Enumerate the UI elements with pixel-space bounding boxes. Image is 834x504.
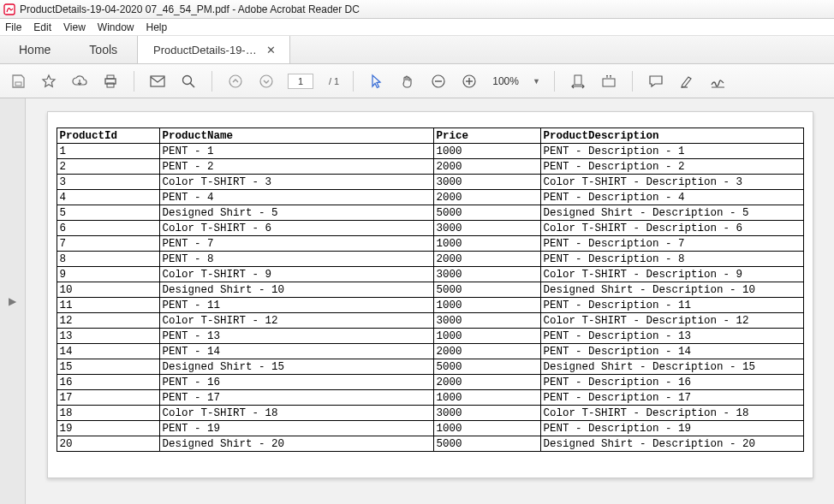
page-viewport[interactable]: ProductId ProductName Price ProductDescr… <box>26 98 834 504</box>
menubar: File Edit View Window Help <box>0 19 834 36</box>
cell-desc: Color T-SHIRT - Description - 3 <box>540 175 803 190</box>
svg-rect-5 <box>151 76 164 86</box>
tab-document[interactable]: ProductDetails-19-… ✕ <box>137 36 290 63</box>
menu-help[interactable]: Help <box>146 21 168 33</box>
cell-id: 11 <box>57 298 159 313</box>
zoom-value[interactable]: 100% <box>491 75 521 87</box>
cell-price: 3000 <box>433 406 540 421</box>
tab-home[interactable]: Home <box>0 36 70 63</box>
svg-rect-1 <box>15 82 21 86</box>
tab-tools[interactable]: Tools <box>70 36 137 63</box>
print-icon[interactable] <box>101 72 120 91</box>
cell-desc: PENT - Description - 14 <box>540 344 803 359</box>
save-icon[interactable] <box>9 72 27 91</box>
cell-id: 20 <box>57 436 159 452</box>
nav-pane-collapsed[interactable]: ▶ <box>0 98 26 504</box>
table-row: 9Color T-SHIRT - 93000Color T-SHIRT - De… <box>57 267 803 282</box>
fit-page-icon[interactable] <box>599 72 618 91</box>
table-row: 17PENT - 171000PENT - Description - 17 <box>57 390 803 406</box>
cell-name: Color T-SHIRT - 18 <box>159 406 433 421</box>
svg-point-9 <box>260 75 272 87</box>
toolbar-separator <box>353 71 354 92</box>
cell-name: Designed Shirt - 10 <box>159 282 433 298</box>
page-total-label: / 1 <box>329 76 339 86</box>
table-row: 6Color T-SHIRT - 63000Color T-SHIRT - De… <box>57 221 803 236</box>
search-icon[interactable] <box>179 72 198 91</box>
close-icon[interactable]: ✕ <box>265 44 277 56</box>
cell-price: 5000 <box>433 282 540 298</box>
cell-id: 3 <box>57 175 159 190</box>
page-current-input[interactable]: 1 <box>288 74 313 89</box>
cell-id: 6 <box>57 221 159 236</box>
cell-name: PENT - 16 <box>159 375 433 390</box>
toolbar-separator <box>554 71 555 92</box>
cell-id: 4 <box>57 190 159 205</box>
toolbar-separator <box>632 71 633 92</box>
cell-price: 1000 <box>433 421 540 436</box>
cell-price: 3000 <box>433 267 540 282</box>
toolbar-separator <box>134 71 134 92</box>
cell-price: 1000 <box>433 144 540 159</box>
svg-rect-15 <box>575 75 581 85</box>
table-row: 8PENT - 82000PENT - Description - 8 <box>57 252 803 267</box>
cell-id: 15 <box>57 359 159 375</box>
cell-price: 5000 <box>433 359 540 375</box>
cell-id: 19 <box>57 421 159 436</box>
cell-price: 1000 <box>433 298 540 313</box>
cell-id: 12 <box>57 313 159 329</box>
cell-price: 2000 <box>433 375 540 390</box>
zoom-caret-icon[interactable]: ▼ <box>533 77 540 86</box>
table-row: 16PENT - 162000PENT - Description - 16 <box>57 375 803 390</box>
titlebar: ProductDetails-19-04-2020 07_46_54_PM.pd… <box>0 0 834 19</box>
cell-price: 3000 <box>433 221 540 236</box>
cell-name: PENT - 13 <box>159 329 433 344</box>
cloud-icon[interactable] <box>70 72 89 91</box>
chevron-right-icon: ▶ <box>9 295 16 307</box>
cell-name: Designed Shirt - 20 <box>159 436 433 452</box>
cell-id: 14 <box>57 344 159 359</box>
page-up-icon[interactable] <box>226 72 245 91</box>
cell-price: 2000 <box>433 159 540 175</box>
cell-name: PENT - 7 <box>159 236 433 252</box>
cell-id: 13 <box>57 329 159 344</box>
cell-price: 5000 <box>433 205 540 221</box>
cell-price: 3000 <box>433 175 540 190</box>
star-icon[interactable] <box>39 72 58 91</box>
pointer-icon[interactable] <box>367 72 386 91</box>
table-row: 14PENT - 142000PENT - Description - 14 <box>57 344 803 359</box>
table-row: 13PENT - 131000PENT - Description - 13 <box>57 329 803 344</box>
cell-price: 2000 <box>433 252 540 267</box>
comment-icon[interactable] <box>646 72 665 91</box>
mail-icon[interactable] <box>148 72 167 91</box>
pdf-page: ProductId ProductName Price ProductDescr… <box>47 111 813 478</box>
table-row: 7PENT - 71000PENT - Description - 7 <box>57 236 803 252</box>
menu-file[interactable]: File <box>5 21 21 33</box>
zoom-in-icon[interactable] <box>460 72 479 91</box>
cell-desc: Designed Shirt - Description - 5 <box>540 205 803 221</box>
cell-desc: Color T-SHIRT - Description - 6 <box>540 221 803 236</box>
cell-price: 1000 <box>433 236 540 252</box>
table-row: 1PENT - 11000PENT - Description - 1 <box>57 144 803 159</box>
header-productname: ProductName <box>159 128 433 144</box>
zoom-out-icon[interactable] <box>429 72 448 91</box>
hand-icon[interactable] <box>398 72 417 91</box>
cell-id: 1 <box>57 144 159 159</box>
menu-edit[interactable]: Edit <box>33 21 51 33</box>
highlight-icon[interactable] <box>677 72 696 91</box>
cell-desc: PENT - Description - 8 <box>540 252 803 267</box>
fit-width-icon[interactable] <box>569 72 587 91</box>
cell-desc: Designed Shirt - Description - 15 <box>540 359 803 375</box>
sign-icon[interactable] <box>708 72 727 91</box>
toolbar-separator <box>211 71 212 92</box>
page-down-icon[interactable] <box>257 72 276 91</box>
cell-desc: Designed Shirt - Description - 10 <box>540 282 803 298</box>
menu-view[interactable]: View <box>63 21 86 33</box>
cell-name: PENT - 8 <box>159 252 433 267</box>
table-row: 18Color T-SHIRT - 183000Color T-SHIRT - … <box>57 406 803 421</box>
header-description: ProductDescription <box>540 128 803 144</box>
cell-desc: PENT - Description - 11 <box>540 298 803 313</box>
cell-id: 17 <box>57 390 159 406</box>
tab-document-label: ProductDetails-19-… <box>153 44 257 56</box>
table-row: 12Color T-SHIRT - 123000Color T-SHIRT - … <box>57 313 803 329</box>
menu-window[interactable]: Window <box>98 21 134 33</box>
